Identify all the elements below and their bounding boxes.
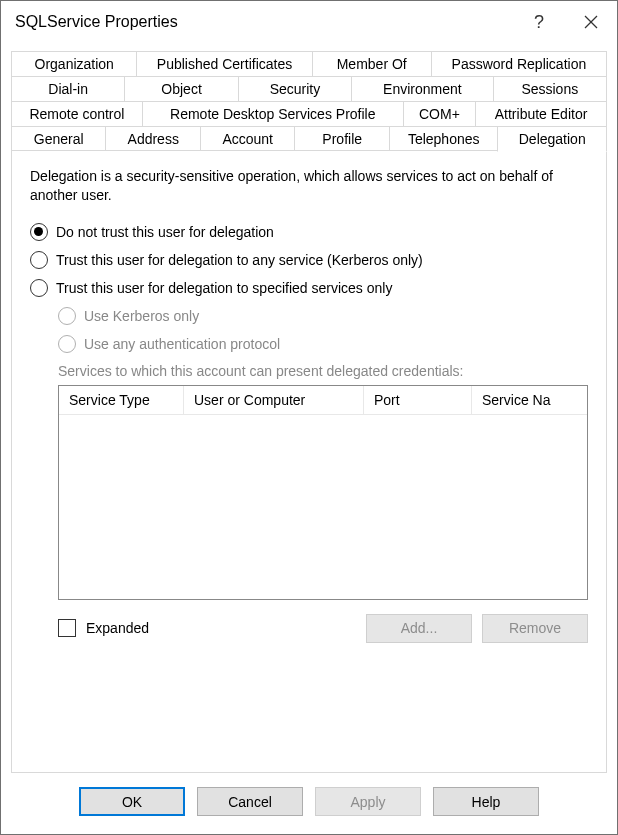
- radio-trust-any-service[interactable]: Trust this user for delegation to any se…: [30, 251, 588, 269]
- titlebar: SQLService Properties ?: [1, 1, 617, 43]
- table-header: Service Type User or Computer Port Servi…: [59, 386, 587, 415]
- col-service-type[interactable]: Service Type: [59, 386, 184, 415]
- radio-label: Use any authentication protocol: [84, 336, 280, 352]
- services-label: Services to which this account can prese…: [58, 363, 588, 379]
- tab-remote-control[interactable]: Remote control: [11, 101, 143, 126]
- tab-sessions[interactable]: Sessions: [493, 76, 607, 101]
- expanded-checkbox[interactable]: [58, 619, 76, 637]
- cancel-button[interactable]: Cancel: [197, 787, 303, 816]
- tab-delegation[interactable]: Delegation: [497, 126, 607, 152]
- tab-account[interactable]: Account: [200, 126, 295, 151]
- radio-use-any-auth: Use any authentication protocol: [58, 335, 588, 353]
- radio-label: Trust this user for delegation to specif…: [56, 280, 392, 296]
- tab-general[interactable]: General: [11, 126, 106, 151]
- delegation-panel: Delegation is a security-sensitive opera…: [11, 150, 607, 773]
- tab-strip: Organization Published Certificates Memb…: [11, 51, 607, 151]
- close-icon: [584, 15, 598, 29]
- tab-environment[interactable]: Environment: [351, 76, 493, 101]
- remove-button: Remove: [482, 614, 588, 643]
- radio-icon: [30, 251, 48, 269]
- sub-options: Use Kerberos only Use any authentication…: [58, 307, 588, 643]
- tab-telephones[interactable]: Telephones: [389, 126, 499, 151]
- tab-published-certificates[interactable]: Published Certificates: [136, 51, 312, 76]
- expanded-label: Expanded: [86, 620, 149, 636]
- tab-profile[interactable]: Profile: [294, 126, 389, 151]
- radio-do-not-trust[interactable]: Do not trust this user for delegation: [30, 223, 588, 241]
- col-service-name[interactable]: Service Na: [472, 386, 587, 415]
- tab-address[interactable]: Address: [105, 126, 200, 151]
- tab-security[interactable]: Security: [238, 76, 352, 101]
- apply-button: Apply: [315, 787, 421, 816]
- radio-use-kerberos-only: Use Kerberos only: [58, 307, 588, 325]
- radio-label: Do not trust this user for delegation: [56, 224, 274, 240]
- radio-icon: [30, 279, 48, 297]
- ok-button[interactable]: OK: [79, 787, 185, 816]
- help-button-footer[interactable]: Help: [433, 787, 539, 816]
- window-title: SQLService Properties: [15, 13, 513, 31]
- close-button[interactable]: [565, 1, 617, 43]
- col-user-or-computer[interactable]: User or Computer: [184, 386, 364, 415]
- radio-trust-specified-services[interactable]: Trust this user for delegation to specif…: [30, 279, 588, 297]
- radio-icon: [30, 223, 48, 241]
- tab-dial-in[interactable]: Dial-in: [11, 76, 125, 101]
- tab-attribute-editor[interactable]: Attribute Editor: [475, 101, 607, 126]
- help-button[interactable]: ?: [513, 1, 565, 43]
- tab-organization[interactable]: Organization: [11, 51, 137, 76]
- radio-icon: [58, 335, 76, 353]
- content: Organization Published Certificates Memb…: [1, 43, 617, 773]
- radio-label: Use Kerberos only: [84, 308, 199, 324]
- radio-label: Trust this user for delegation to any se…: [56, 252, 423, 268]
- radio-icon: [58, 307, 76, 325]
- add-button: Add...: [366, 614, 472, 643]
- tab-com-plus[interactable]: COM+: [403, 101, 476, 126]
- properties-dialog: SQLService Properties ? Organization Pub…: [0, 0, 618, 835]
- below-table-row: Expanded Add... Remove: [58, 614, 588, 643]
- tab-member-of[interactable]: Member Of: [312, 51, 432, 76]
- tab-password-replication[interactable]: Password Replication: [431, 51, 607, 76]
- col-port[interactable]: Port: [364, 386, 472, 415]
- services-table[interactable]: Service Type User or Computer Port Servi…: [58, 385, 588, 600]
- tab-object[interactable]: Object: [124, 76, 238, 101]
- dialog-footer: OK Cancel Apply Help: [1, 773, 617, 834]
- tab-rds-profile[interactable]: Remote Desktop Services Profile: [142, 101, 404, 126]
- delegation-description: Delegation is a security-sensitive opera…: [30, 167, 588, 205]
